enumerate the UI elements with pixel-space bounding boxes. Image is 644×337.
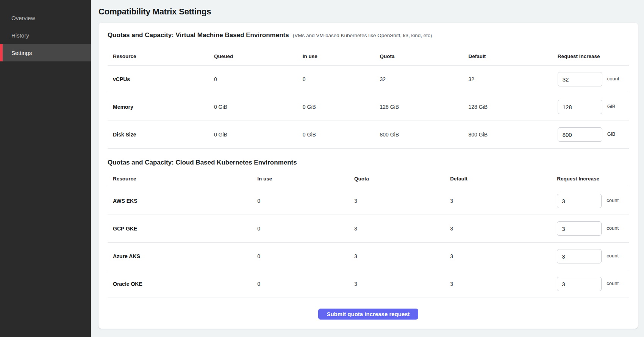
table-row-oracle-oke: Oracle OKE 0 3 3 count [108,270,629,298]
quota-value: 3 [349,253,445,259]
resource-label: GCP GKE [108,226,252,232]
queued-value: 0 GiB [209,132,297,138]
unit-label: GiB [607,103,616,109]
sidebar-item-history[interactable]: History [0,27,91,44]
unit-label: count [606,281,619,286]
azure-aks-request-input[interactable] [557,249,602,263]
table-row-gcp-gke: GCP GKE 0 3 3 count [108,215,629,243]
resource-label: AWS EKS [108,198,252,204]
cloud-table-header: Resource In use Quota Default Request In… [108,171,629,187]
resource-label: Memory [108,104,209,110]
sidebar-item-label: Overview [11,15,35,21]
cloud-quota-table: Resource In use Quota Default Request In… [108,171,629,298]
resource-label: Azure AKS [108,253,252,259]
unit-label: GiB [607,131,616,137]
vm-table-header: Resource Queued In use Quota Default Req… [108,47,629,66]
table-row-aws-eks: AWS EKS 0 3 3 count [108,187,629,215]
resource-label: vCPUs [108,76,209,82]
vm-section-heading: Quotas and Capacity: Virtual Machine Bas… [108,30,629,41]
page-title: Compatibility Matrix Settings [98,0,638,23]
column-header-request-increase: Request Increase [552,53,629,59]
quota-value: 800 GiB [374,132,463,138]
quota-value: 3 [349,198,445,204]
quota-value: 32 [374,76,463,82]
in-use-value: 0 GiB [297,132,375,138]
in-use-value: 0 [252,226,349,232]
column-header-queued: Queued [209,53,297,59]
resource-label: Disk Size [108,132,209,138]
sidebar-item-label: Settings [11,50,32,56]
vm-section-subtitle: (VMs and VM-based Kubernetes like OpenSh… [293,31,432,41]
cloud-section-title: Quotas and Capacity: Cloud Based Kuberne… [108,158,297,168]
queued-value: 0 [209,76,297,82]
column-header-default: Default [463,53,552,59]
default-value: 3 [445,226,552,232]
column-header-quota: Quota [374,53,463,59]
in-use-value: 0 [252,281,349,287]
column-header-in-use: In use [252,176,349,182]
disk-size-request-input[interactable] [558,127,602,142]
quota-value: 3 [349,226,445,232]
column-header-resource: Resource [108,53,209,59]
settings-card: Quotas and Capacity: Virtual Machine Bas… [98,23,638,329]
gcp-gke-request-input[interactable] [557,221,602,236]
in-use-value: 0 [297,76,375,82]
column-header-resource: Resource [108,176,252,182]
default-value: 3 [445,281,552,287]
vm-section-title: Quotas and Capacity: Virtual Machine Bas… [108,30,289,40]
resource-label: Oracle OKE [108,281,252,287]
default-value: 128 GiB [463,104,552,110]
column-header-default: Default [445,176,552,182]
vm-quota-table: Resource Queued In use Quota Default Req… [108,47,629,149]
table-row-vcpus: vCPUs 0 0 32 32 count [108,66,629,93]
unit-label: count [606,253,619,259]
default-value: 3 [445,253,552,259]
main-content: Compatibility Matrix Settings Quotas and… [91,0,644,337]
sidebar-item-label: History [11,32,29,39]
queued-value: 0 GiB [209,104,297,110]
table-row-disk-size: Disk Size 0 GiB 0 GiB 800 GiB 800 GiB Gi… [108,121,629,149]
default-value: 32 [463,76,552,82]
cloud-section-heading: Quotas and Capacity: Cloud Based Kuberne… [108,158,629,168]
unit-label: count [607,76,619,82]
column-header-request-increase: Request Increase [552,176,629,182]
default-value: 3 [445,198,552,204]
unit-label: count [606,225,619,231]
default-value: 800 GiB [463,132,552,138]
column-header-in-use: In use [297,53,375,59]
quota-value: 128 GiB [374,104,463,110]
oracle-oke-request-input[interactable] [557,277,602,291]
aws-eks-request-input[interactable] [557,194,602,208]
unit-label: count [606,197,619,203]
submit-button-row: Submit quota increase request [108,309,629,320]
submit-quota-increase-button[interactable]: Submit quota increase request [318,309,418,320]
sidebar: Overview History Settings [0,0,91,337]
in-use-value: 0 [252,198,349,204]
quota-value: 3 [349,281,445,287]
table-row-memory: Memory 0 GiB 0 GiB 128 GiB 128 GiB GiB [108,93,629,121]
table-row-azure-aks: Azure AKS 0 3 3 count [108,243,629,270]
vcpus-request-input[interactable] [558,72,602,86]
sidebar-item-settings[interactable]: Settings [0,44,91,61]
memory-request-input[interactable] [558,100,602,114]
in-use-value: 0 [252,253,349,259]
in-use-value: 0 GiB [297,104,375,110]
column-header-quota: Quota [349,176,445,182]
sidebar-item-overview[interactable]: Overview [0,9,91,27]
